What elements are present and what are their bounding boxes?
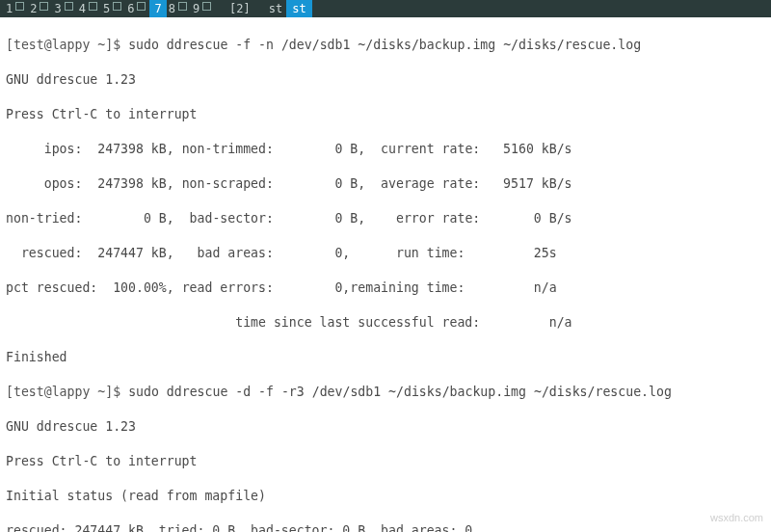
finished-1: Finished <box>6 349 765 366</box>
command-2: sudo ddrescue -d -f -r3 /dev/sdb1 ~/disk… <box>128 385 672 399</box>
watermark: wsxdn.com <box>710 509 763 526</box>
workspace-3[interactable]: 3 <box>52 0 72 17</box>
interrupt-hint-2: Press Ctrl-C to interrupt <box>6 453 765 470</box>
workspace-7-active[interactable]: 7 <box>149 0 166 17</box>
status-row: opos: 247398 kB, non-scraped: 0 B, avera… <box>6 175 765 193</box>
workspace-5[interactable]: 5 <box>101 0 121 17</box>
status-row: non-tried: 0 B, bad-sector: 0 B, error r… <box>6 210 765 227</box>
program-header-1: GNU ddrescue 1.23 <box>6 71 765 89</box>
window-tag-1[interactable]: st <box>265 0 286 17</box>
workspace-4[interactable]: 4 <box>77 0 97 17</box>
last-read-row-1: time since last successful read: n/a <box>6 314 765 332</box>
terminal[interactable]: [test@lappy ~]$ sudo ddrescue -f -n /dev… <box>0 17 771 532</box>
interrupt-hint-1: Press Ctrl-C to interrupt <box>6 106 765 123</box>
workspace-2[interactable]: 2 <box>28 0 48 17</box>
status-row: pct rescued: 100.00%, read errors: 0,rem… <box>6 279 765 297</box>
prompt-line-2: [test@lappy ~]$ sudo ddrescue -d -f -r3 … <box>6 384 765 401</box>
initial-status-line: rescued: 247447 kB, tried: 0 B, bad-sect… <box>6 522 765 532</box>
workspace-1[interactable]: 1 <box>4 0 24 17</box>
status-row: rescued: 247447 kB, bad areas: 0, run ti… <box>6 245 765 262</box>
initial-status-header: Initial status (read from mapfile) <box>6 488 765 505</box>
status-row: ipos: 247398 kB, non-trimmed: 0 B, curre… <box>6 141 765 158</box>
window-tag-2-active[interactable]: st <box>286 0 311 17</box>
workspace-6[interactable]: 6 <box>125 0 146 17</box>
command-1: sudo ddrescue -f -n /dev/sdb1 ~/disks/ba… <box>128 38 641 52</box>
taskbar: 1 2 3 4 5 6 7 8 9 [2] st st <box>0 0 771 17</box>
workspace-9[interactable]: 9 <box>191 0 211 17</box>
prompt-line-1: [test@lappy ~]$ sudo ddrescue -f -n /dev… <box>6 37 765 54</box>
layout-indicator: [2] <box>226 0 253 17</box>
program-header-2: GNU ddrescue 1.23 <box>6 418 765 436</box>
workspace-8[interactable]: 8 <box>167 0 187 17</box>
